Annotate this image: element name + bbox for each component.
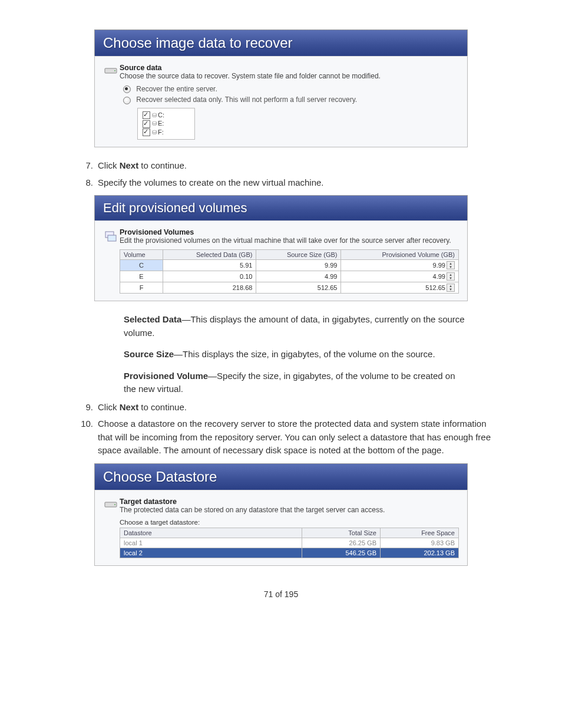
prov-volumes-title: Provisioned Volumes	[120, 228, 459, 236]
spinner-icon[interactable]: ▲▼	[447, 284, 455, 292]
col-source-size: Source Size (GB)	[256, 250, 341, 260]
choose-datastore-panel: Choose Datastore Target datastore The pr…	[94, 463, 468, 566]
choose-datastore-label: Choose a target datastore:	[120, 519, 459, 526]
svg-rect-3	[108, 235, 116, 241]
col-volume: Volume	[120, 250, 163, 260]
page-footer: 71 of 195	[59, 589, 503, 599]
spinner-icon[interactable]: ▲▼	[447, 261, 455, 269]
radio-label: Recover the entire server.	[136, 85, 217, 93]
table-row[interactable]: E 0.10 4.99 4.99▲▼	[120, 271, 459, 282]
drive-icon	[103, 499, 120, 513]
checkbox-icon	[143, 111, 150, 119]
volumes-icon	[103, 229, 120, 243]
drive-icon	[103, 65, 120, 79]
checkbox-icon	[143, 120, 150, 128]
radio-recover-selected[interactable]: Recover selected data only. This will no…	[123, 95, 459, 104]
table-row[interactable]: local 1 26.25 GB 9.83 GB	[120, 538, 459, 548]
table-row[interactable]: C 5.91 9.99 9.99▲▼	[120, 260, 459, 271]
definition-selected-data: Selected Data—This displays the amount o…	[124, 313, 468, 340]
panel-banner: Choose Datastore	[94, 463, 468, 490]
panel-banner: Choose image data to recover	[94, 29, 468, 56]
target-datastore-subtitle: The protected data can be stored on any …	[120, 506, 459, 514]
datastore-table: Datastore Total Size Free Space local 1 …	[120, 528, 459, 558]
table-row[interactable]: F 218.68 512.65 512.65▲▼	[120, 282, 459, 294]
disk-icon: ⛁	[152, 120, 157, 127]
radio-recover-entire[interactable]: Recover the entire server.	[123, 85, 459, 93]
svg-point-1	[114, 70, 115, 71]
col-provisioned: Provisioned Volume (GB)	[341, 250, 459, 260]
radio-label: Recover selected data only. This will no…	[136, 95, 357, 104]
target-datastore-title: Target datastore	[120, 498, 459, 506]
col-selected-data: Selected Data (GB)	[163, 250, 256, 260]
volume-tree: ⛁C: ⛁E: ⛁F:	[137, 108, 195, 140]
disk-icon: ⛁	[152, 112, 157, 118]
col-total-size: Total Size	[302, 528, 381, 538]
source-data-title: Source data	[120, 64, 459, 72]
col-datastore: Datastore	[120, 528, 302, 538]
tree-item-f[interactable]: ⛁F:	[143, 129, 190, 137]
prov-volumes-subtitle: Edit the provisioned volumes on the virt…	[120, 236, 459, 245]
step-10: 10. Choose a datastore on the recovery s…	[77, 417, 503, 457]
svg-point-5	[114, 504, 115, 505]
definition-source-size: Source Size—This displays the size, in g…	[124, 348, 468, 361]
disk-icon: ⛁	[152, 129, 157, 136]
step-7: 7. Click Next to continue.	[77, 159, 503, 173]
col-free-space: Free Space	[381, 528, 459, 538]
source-data-subtitle: Choose the source data to recover. Syste…	[120, 72, 459, 80]
choose-image-data-panel: Choose image data to recover Source data…	[94, 29, 468, 147]
spinner-icon[interactable]: ▲▼	[447, 272, 455, 281]
edit-provisioned-volumes-panel: Edit provisioned volumes Provisioned Vol…	[94, 195, 468, 301]
panel-banner: Edit provisioned volumes	[94, 195, 468, 220]
radio-icon	[123, 97, 131, 104]
checkbox-icon	[143, 129, 150, 136]
step-9: 9. Click Next to continue.	[77, 401, 503, 414]
table-row-selected[interactable]: local 2 546.25 GB 202.13 GB	[120, 548, 459, 558]
definition-provisioned-volume: Provisioned Volume—Specify the size, in …	[124, 370, 468, 396]
radio-icon	[123, 85, 131, 93]
step-8: 8. Specify the volumes to create on the …	[77, 176, 503, 190]
tree-item-c[interactable]: ⛁C:	[143, 111, 190, 120]
tree-item-e[interactable]: ⛁E:	[143, 120, 190, 128]
volumes-table: Volume Selected Data (GB) Source Size (G…	[120, 249, 459, 294]
